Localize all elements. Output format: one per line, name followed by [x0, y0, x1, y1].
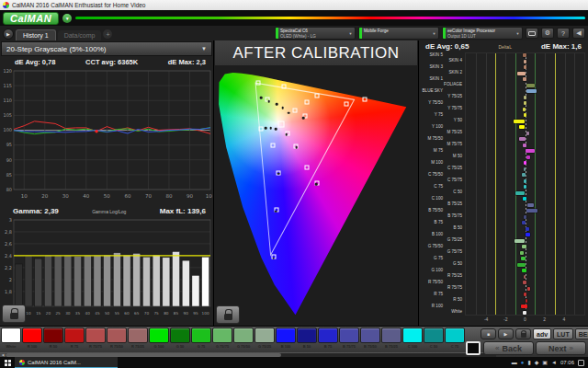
pattern-swatch[interactable]: C 100: [402, 328, 423, 349]
pattern-swatch[interactable]: G 75/50: [233, 328, 254, 349]
delta-marker: [526, 89, 537, 93]
pattern-swatch[interactable]: B 75: [318, 328, 338, 349]
next-button[interactable]: Next »: [536, 341, 586, 355]
pattern-swatch[interactable]: B 50: [297, 328, 317, 349]
svg-text:20: 20: [46, 311, 51, 316]
tab-data-comp[interactable]: Data/comp: [58, 30, 102, 40]
svg-text:30: 30: [65, 311, 71, 316]
pattern-swatch[interactable]: R 75/75: [85, 328, 106, 349]
pattern-swatch[interactable]: G 100: [149, 328, 169, 349]
pattern-swatch[interactable]: G 75/25: [254, 328, 275, 349]
swatch-color: [170, 328, 190, 343]
swatch-scrollbar[interactable]: ◀: [0, 352, 496, 357]
volume-icon[interactable]: ◄: [551, 360, 557, 365]
pattern-swatch[interactable]: R 75/50: [107, 328, 127, 349]
tab-history-1[interactable]: History 1: [16, 29, 56, 40]
delta-marker: [521, 305, 527, 308]
phone-icon[interactable]: ▮: [527, 360, 530, 365]
collapse-button[interactable]: ◀: [572, 28, 585, 39]
pattern-swatch[interactable]: C 75: [445, 328, 465, 349]
svg-text:60: 60: [124, 311, 130, 316]
clock[interactable]: 07:06: [560, 360, 574, 365]
bef-button[interactable]: BEF: [575, 328, 588, 339]
gamma-value: Gamma: 2,39: [13, 207, 59, 215]
patch-label: C 50: [421, 190, 465, 195]
back-button[interactable]: « Back: [483, 341, 534, 355]
add-tab-button[interactable]: +: [103, 29, 112, 39]
swatch-color: [22, 328, 42, 343]
de-max-value: dE Max: 1,6: [541, 42, 582, 51]
svg-text:2: 2: [9, 277, 12, 282]
pattern-swatch[interactable]: B 100: [276, 328, 296, 349]
meter-colorimeter[interactable]: SpectraCal C6 OLED (White) - LG ▼: [275, 27, 356, 40]
svg-text:95: 95: [6, 142, 12, 147]
session-options-button[interactable]: ▶: [3, 29, 14, 40]
pattern-swatch[interactable]: C 50: [424, 328, 444, 349]
adv-button[interactable]: adv: [533, 328, 551, 339]
colorchecker-stats: dE Avg: 0,65 DeltaL dE Max: 1,6: [419, 40, 588, 52]
lock-button[interactable]: [515, 328, 531, 339]
chevron-down-icon[interactable]: ▼: [346, 28, 355, 39]
pattern-swatch[interactable]: R 75: [64, 328, 85, 349]
pattern-swatch[interactable]: G 75/75: [212, 328, 232, 349]
taskbar-app-calman[interactable]: CalMAN 2016 CalM...: [15, 357, 118, 368]
delta-marker: [523, 281, 526, 284]
patch-label: B 75/25: [421, 202, 465, 207]
meter-device-mode: Output 1D LUT: [447, 34, 512, 39]
svg-text:2,8: 2,8: [5, 229, 12, 235]
delta-marker: [524, 161, 526, 165]
patch-label: R 100: [421, 305, 465, 309]
pattern-swatch[interactable]: B 75/50: [360, 328, 380, 349]
help-button[interactable]: ?: [557, 28, 570, 39]
pattern-swatch[interactable]: B 75/75: [339, 328, 359, 349]
pattern-swatch[interactable]: G 50: [170, 328, 190, 349]
display-settings-button[interactable]: [526, 28, 538, 39]
bluetooth-icon[interactable]: ●: [521, 360, 525, 365]
pattern-window-button[interactable]: [466, 341, 481, 355]
scrollbar-thumb[interactable]: [6, 353, 281, 357]
delta-marker: [526, 299, 527, 303]
calman-logo[interactable]: CalMAN: [3, 12, 59, 25]
delta-marker: [526, 155, 530, 159]
pattern-swatch[interactable]: G 75: [191, 328, 211, 349]
stop-button[interactable]: ■: [481, 328, 496, 339]
svg-text:2,2: 2,2: [5, 265, 12, 270]
tray-app-icon[interactable]: ▬: [512, 360, 517, 365]
rainbow-divider: [75, 17, 585, 19]
delta-marker: [524, 65, 526, 69]
cie-target-square: [293, 109, 298, 113]
logo-menu-button[interactable]: ▼: [62, 14, 72, 23]
settings-button[interactable]: ⚙: [541, 28, 554, 39]
cie-measured-dot: [276, 103, 278, 106]
security-icon[interactable]: ◆: [535, 360, 539, 365]
patch-label: SKIN 5: [421, 53, 465, 58]
meter-source[interactable]: Mobile Forge ▼: [358, 27, 439, 40]
chevron-down-icon[interactable]: ▼: [514, 28, 522, 39]
swatch-label: B 75/75: [339, 344, 359, 349]
axis-tick-label: 2: [543, 316, 546, 322]
pattern-swatch[interactable]: R 100: [22, 328, 42, 349]
preset-dropdown[interactable]: 20-Step Grayscale (5%-100%) ▼: [1, 41, 212, 56]
lock-layout-button-left[interactable]: [2, 305, 26, 323]
pattern-swatch[interactable]: R 75/25: [128, 328, 148, 349]
start-button[interactable]: [0, 357, 15, 368]
cie-measured-dot: [275, 210, 277, 213]
notification-icon[interactable]: [578, 360, 584, 366]
lut-button[interactable]: LUT: [553, 328, 573, 339]
svg-text:75: 75: [153, 311, 159, 316]
patch-label: G 75/50: [421, 245, 465, 249]
meter-processor[interactable]: eeColor Image Processor Output 1D LUT ▼: [442, 27, 523, 40]
swatch-label: R 75/75: [85, 344, 106, 349]
pattern-swatch[interactable]: R 50: [43, 328, 63, 349]
lock-layout-button-center[interactable]: [216, 305, 240, 324]
pattern-swatch[interactable]: White: [1, 328, 21, 349]
play-button[interactable]: ▶: [498, 328, 514, 339]
display-tray-icon[interactable]: ▣: [542, 360, 548, 365]
delta-marker: [522, 245, 526, 248]
patch-label: C 75/25: [421, 167, 465, 171]
pattern-swatch[interactable]: B 75/25: [381, 328, 401, 349]
svg-text:45: 45: [95, 311, 100, 316]
chevron-down-icon[interactable]: ▼: [430, 28, 438, 39]
svg-text:100: 100: [206, 193, 212, 199]
svg-text:1,8: 1,8: [5, 289, 12, 294]
